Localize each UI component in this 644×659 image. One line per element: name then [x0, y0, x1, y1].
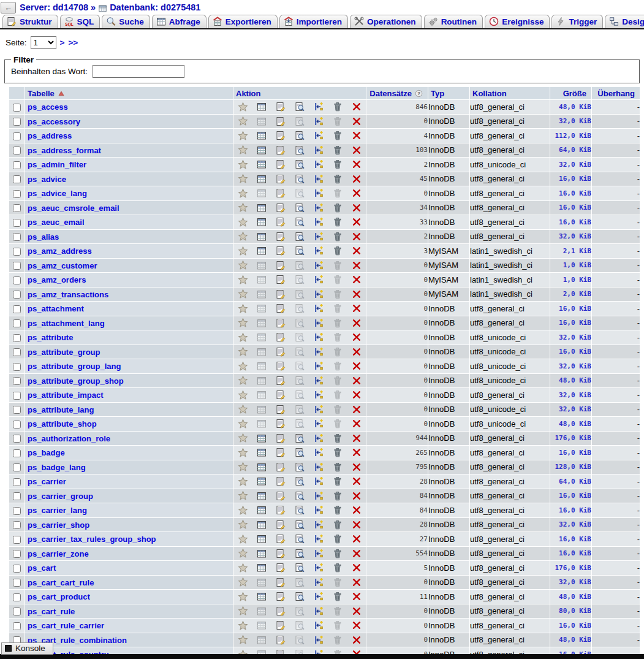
tab-importieren[interactable]: Importieren [279, 15, 348, 28]
table-name-link[interactable]: ps_aeuc_cmsrole_email [25, 204, 119, 213]
table-name-link[interactable]: ps_attachment [25, 304, 84, 313]
structure-action-button[interactable] [271, 332, 290, 342]
row-checkbox[interactable] [13, 147, 21, 154]
drop-action-button[interactable] [347, 145, 366, 155]
table-name-link[interactable]: ps_attribute_lang [25, 405, 94, 414]
browse-action-button[interactable] [252, 159, 271, 169]
row-checkbox[interactable] [13, 233, 21, 241]
favorite-action-button[interactable] [233, 448, 252, 458]
structure-action-button[interactable] [271, 448, 290, 457]
browse-action-button[interactable] [252, 592, 271, 601]
table-name-link[interactable]: ps_accessory [25, 117, 80, 126]
back-button[interactable]: ← [1, 2, 16, 13]
favorite-action-button[interactable] [233, 246, 252, 256]
structure-action-button[interactable] [271, 462, 290, 472]
insert-action-button[interactable] [309, 116, 328, 126]
drop-action-button[interactable] [347, 203, 366, 213]
drop-action-button[interactable] [347, 188, 366, 198]
structure-action-button[interactable] [271, 505, 290, 515]
empty-action-button[interactable] [328, 159, 347, 169]
structure-action-button[interactable] [271, 476, 290, 486]
insert-action-button[interactable] [309, 592, 328, 601]
search-action-button[interactable] [290, 491, 309, 501]
structure-action-button[interactable] [271, 405, 290, 414]
insert-action-button[interactable] [309, 376, 328, 386]
favorite-action-button[interactable] [233, 159, 252, 170]
favorite-action-button[interactable] [233, 419, 252, 429]
row-checkbox[interactable] [13, 276, 21, 284]
table-name-link[interactable]: ps_carrier_shop [25, 520, 89, 530]
browse-action-button[interactable] [252, 433, 271, 443]
insert-action-button[interactable] [309, 303, 328, 313]
row-checkbox[interactable] [13, 291, 21, 299]
structure-action-button[interactable] [271, 361, 290, 371]
favorite-action-button[interactable] [233, 505, 252, 516]
search-action-button[interactable] [290, 534, 309, 544]
search-action-button[interactable] [290, 145, 309, 155]
row-checkbox[interactable] [13, 478, 21, 486]
insert-action-button[interactable] [309, 419, 328, 429]
row-checkbox[interactable] [13, 175, 21, 183]
browse-action-button[interactable] [252, 448, 271, 457]
structure-action-button[interactable] [271, 159, 290, 169]
table-name-link[interactable]: ps_attribute_group_lang [25, 362, 121, 371]
row-checkbox[interactable] [13, 377, 21, 385]
structure-action-button[interactable] [271, 145, 290, 155]
favorite-action-button[interactable] [233, 318, 252, 328]
drop-action-button[interactable] [347, 332, 366, 342]
browse-action-button[interactable] [252, 520, 271, 530]
column-header-typ[interactable]: Typ [428, 87, 469, 99]
drop-action-button[interactable] [347, 174, 366, 184]
tab-suche[interactable]: Suche [102, 15, 150, 28]
row-checkbox[interactable] [13, 579, 21, 587]
table-name-link[interactable]: ps_aeuc_email [25, 218, 85, 227]
database-label[interactable]: Datenbank: d0275481 [110, 2, 200, 12]
browse-action-button[interactable] [252, 246, 271, 256]
insert-action-button[interactable] [309, 433, 328, 443]
browse-action-button[interactable] [252, 462, 271, 472]
row-checkbox[interactable] [13, 449, 21, 457]
row-checkbox[interactable] [13, 521, 21, 529]
drop-action-button[interactable] [347, 491, 366, 501]
page-select[interactable]: 1 [31, 36, 56, 49]
structure-action-button[interactable] [271, 116, 290, 126]
empty-action-button[interactable] [328, 174, 347, 184]
favorite-action-button[interactable] [233, 217, 252, 227]
favorite-action-button[interactable] [233, 433, 252, 443]
empty-action-button[interactable] [328, 232, 347, 242]
drop-action-button[interactable] [347, 232, 366, 242]
help-icon[interactable]: ? [415, 90, 423, 97]
drop-action-button[interactable] [347, 289, 366, 299]
favorite-action-button[interactable] [233, 145, 252, 155]
favorite-action-button[interactable] [233, 289, 252, 299]
structure-action-button[interactable] [271, 534, 290, 544]
row-checkbox[interactable] [13, 608, 21, 615]
structure-action-button[interactable] [271, 491, 290, 501]
favorite-action-button[interactable] [233, 102, 252, 112]
row-checkbox[interactable] [13, 536, 21, 544]
row-checkbox[interactable] [13, 132, 21, 140]
favorite-action-button[interactable] [233, 303, 252, 314]
drop-action-button[interactable] [347, 246, 366, 256]
search-action-button[interactable] [290, 549, 309, 558]
row-checkbox[interactable] [13, 118, 21, 126]
favorite-action-button[interactable] [233, 131, 252, 141]
structure-action-button[interactable] [271, 275, 290, 284]
row-checkbox[interactable] [13, 348, 21, 356]
table-name-link[interactable]: ps_cart_rule [25, 607, 75, 616]
drop-action-button[interactable] [347, 419, 366, 429]
table-name-link[interactable]: ps_address_format [25, 146, 101, 155]
structure-action-button[interactable] [271, 102, 290, 112]
insert-action-button[interactable] [309, 405, 328, 414]
insert-action-button[interactable] [309, 577, 328, 587]
insert-action-button[interactable] [309, 102, 328, 112]
table-name-link[interactable]: ps_badge [25, 448, 65, 457]
row-checkbox[interactable] [13, 262, 21, 270]
favorite-action-button[interactable] [233, 519, 252, 530]
row-checkbox[interactable] [13, 406, 21, 414]
row-checkbox[interactable] [13, 363, 21, 371]
insert-action-button[interactable] [309, 462, 328, 472]
row-checkbox[interactable] [13, 319, 21, 327]
favorite-action-button[interactable] [233, 260, 252, 270]
drop-action-button[interactable] [347, 462, 366, 472]
